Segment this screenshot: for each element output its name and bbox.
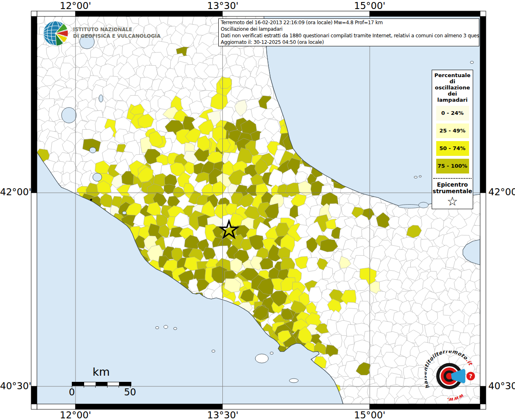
ingv-name-line1: ISTITUTO NAZIONALE [73,26,160,33]
axis-label-left-lat2: 40°30' [0,381,27,391]
haisentitoilterremoto-logo: ? haisentitoilterremoto.itwww. [425,351,486,408]
hsit-text-www: www. [447,393,465,403]
epicenter-star-icon: ☆ [432,195,473,208]
scalebar [72,382,131,386]
axis-label-bottom-lon2: 13°30' [207,410,238,420]
legend-title-line: lampadari [432,97,473,103]
ingv-logo: ISTITUTO NAZIONALE DI GEOFISICA E VULCAN… [41,19,160,48]
axis-label-bottom-lon3: 15°00' [354,410,385,420]
lagoon [419,202,428,208]
legend-class-25-49: 25 - 49% [436,123,469,138]
axis-label-right-lat2: 40°30' [488,381,515,391]
city-dot [90,199,92,201]
axis-label-right-lat1: 42°00' [488,187,515,197]
axis-label-bottom-lon1: 12°00' [60,410,91,420]
legend-title-line: oscillazione [432,84,473,91]
legend-class-0-24: 0 - 24% [436,106,469,121]
legend-class-50-74: 50 - 74% [436,141,469,156]
legend-epicenter-line2: strumentale [432,188,473,194]
macroseismic-map-page: 12°00' 13°30' 15°00' 12°00' 13°30' 15°00… [0,0,515,420]
ingv-name-line2: DI GEOFISICA E VULCANOLOGIA [73,33,160,39]
event-data-note: Dati non verificati estratti da 1880 que… [221,32,477,39]
scalebar-unit: km [72,365,130,378]
axis-label-top-lon2: 13°30' [207,0,238,11]
legend-divider [433,178,472,179]
axis-label-top-lon3: 15°00' [354,0,385,11]
legend-title-line: Percentuale [432,72,473,78]
legend-box: Percentuale di oscillazione dei lampadar… [432,70,473,209]
scalebar-end-label: 50 [124,387,136,397]
ingv-globe-icon [41,19,70,48]
legend-epicenter-line1: Epicentro [432,181,473,188]
axis-label-top-lon1: 12°00' [60,0,91,11]
legend-title-line: di [432,78,473,84]
event-subtitle: Oscillazione dei lampadari [221,26,477,32]
legend-title-line: dei [432,91,473,97]
event-info-box: Terremoto del 16-02-2013 22:16:09 (ora l… [218,18,479,46]
event-title: Terremoto del 16-02-2013 22:16:09 (ora l… [221,19,477,26]
axis-label-left-lat1: 42°00' [0,187,27,197]
lagoon [398,205,421,208]
event-updated-note: Aggiornato il: 30-12-2025 04:50 (ora loc… [221,39,477,46]
question-mark: ? [469,373,472,379]
legend-class-75-100: 75 - 100% [436,159,469,173]
scalebar-start-label: 0 [69,387,75,397]
